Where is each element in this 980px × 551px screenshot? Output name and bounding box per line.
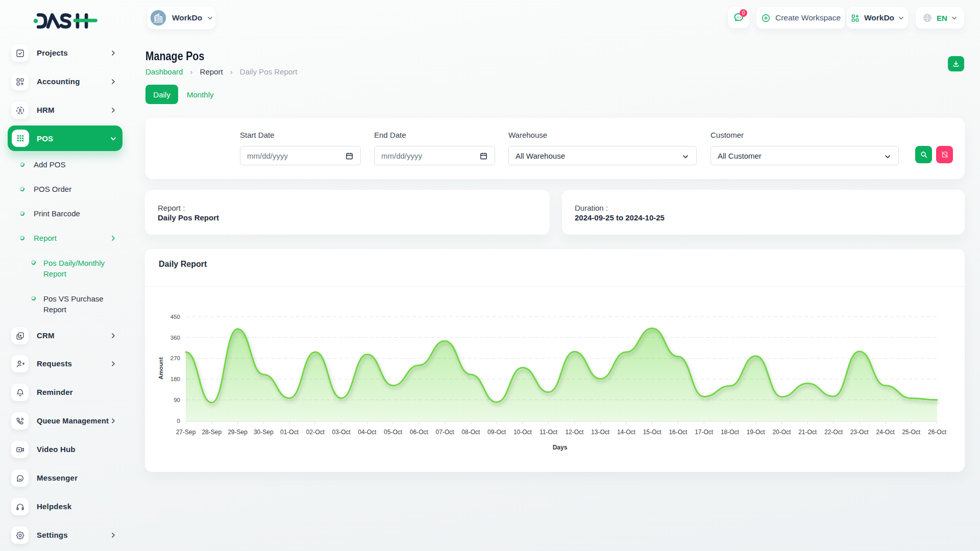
svg-text:28-Sep: 28-Sep xyxy=(202,429,222,436)
svg-text:08-Oct: 08-Oct xyxy=(461,429,480,436)
svg-text:27-Sep: 27-Sep xyxy=(176,429,196,436)
svg-text:29-Sep: 29-Sep xyxy=(228,429,248,436)
svg-text:270: 270 xyxy=(170,355,180,361)
svg-text:03-Oct: 03-Oct xyxy=(332,429,351,436)
svg-text:12-Oct: 12-Oct xyxy=(565,429,584,436)
svg-text:14-Oct: 14-Oct xyxy=(617,429,636,436)
svg-text:180: 180 xyxy=(170,376,180,382)
svg-text:21-Oct: 21-Oct xyxy=(798,429,817,436)
svg-text:05-Oct: 05-Oct xyxy=(384,429,403,436)
svg-text:15-Oct: 15-Oct xyxy=(643,429,662,436)
svg-text:450: 450 xyxy=(170,314,180,320)
svg-text:20-Oct: 20-Oct xyxy=(772,429,791,436)
svg-text:06-Oct: 06-Oct xyxy=(410,429,429,436)
svg-text:0: 0 xyxy=(177,418,180,424)
svg-text:90: 90 xyxy=(174,397,180,403)
svg-text:02-Oct: 02-Oct xyxy=(306,429,325,436)
svg-text:24-Oct: 24-Oct xyxy=(876,429,895,436)
svg-text:17-Oct: 17-Oct xyxy=(695,429,714,436)
svg-text:09-Oct: 09-Oct xyxy=(487,429,506,436)
svg-text:04-Oct: 04-Oct xyxy=(358,429,377,436)
svg-text:25-Oct: 25-Oct xyxy=(902,429,921,436)
svg-text:01-Oct: 01-Oct xyxy=(280,429,299,436)
svg-text:07-Oct: 07-Oct xyxy=(436,429,455,436)
svg-text:13-Oct: 13-Oct xyxy=(591,429,610,436)
svg-text:Amount: Amount xyxy=(158,357,164,380)
svg-text:30-Sep: 30-Sep xyxy=(254,429,274,436)
svg-text:26-Oct: 26-Oct xyxy=(928,429,947,436)
svg-text:11-Oct: 11-Oct xyxy=(540,429,558,436)
svg-text:10-Oct: 10-Oct xyxy=(513,429,532,436)
svg-text:Days: Days xyxy=(553,444,568,451)
svg-text:360: 360 xyxy=(170,335,180,341)
svg-text:19-Oct: 19-Oct xyxy=(747,429,766,436)
svg-text:16-Oct: 16-Oct xyxy=(669,429,688,436)
svg-text:22-Oct: 22-Oct xyxy=(824,429,843,436)
svg-text:23-Oct: 23-Oct xyxy=(850,429,869,436)
svg-text:18-Oct: 18-Oct xyxy=(721,429,740,436)
